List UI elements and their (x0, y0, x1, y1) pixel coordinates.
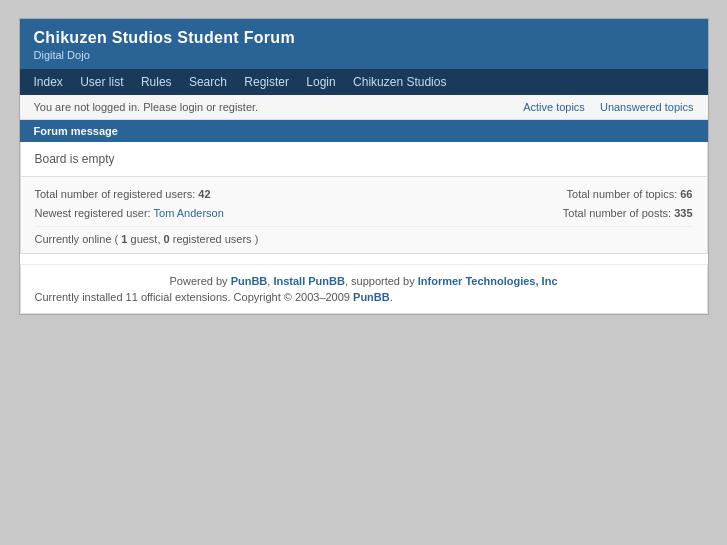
nav-index[interactable]: Index (34, 75, 63, 89)
topics-stat: Total number of topics: 66 (563, 185, 693, 204)
main-nav: Index User list Rules Search Register Lo… (20, 69, 708, 95)
site-header: Chikuzen Studios Student Forum Digital D… (20, 19, 708, 69)
nav-register[interactable]: Register (244, 75, 289, 89)
stats-left: Total number of registered users: 42 New… (35, 185, 224, 222)
unanswered-topics-link[interactable]: Unanswered topics (600, 101, 694, 113)
nav-login[interactable]: Login (306, 75, 335, 89)
login-message: You are not logged in. Please login or r… (34, 101, 259, 113)
stats-section: Total number of registered users: 42 New… (20, 177, 708, 254)
site-title: Chikuzen Studios Student Forum (34, 29, 694, 47)
forum-message-body: Board is empty (20, 142, 708, 177)
status-bar: You are not logged in. Please login or r… (20, 95, 708, 120)
install-punbb-link[interactable]: Install PunBB (273, 275, 345, 287)
stats-right: Total number of topics: 66 Total number … (563, 185, 693, 222)
online-stat: Currently online ( 1 guest, 0 registered… (35, 226, 693, 245)
newest-user-link[interactable]: Tom Anderson (154, 207, 224, 219)
site-footer: Powered by PunBB, Install PunBB, support… (20, 264, 708, 314)
site-subtitle: Digital Dojo (34, 49, 694, 61)
posts-stat: Total number of posts: 335 (563, 204, 693, 223)
nav-chikuzen[interactable]: Chikuzen Studios (353, 75, 446, 89)
informer-link[interactable]: Informer Technologies, Inc (418, 275, 558, 287)
forum-message-header: Forum message (20, 120, 708, 142)
registered-users-stat: Total number of registered users: 42 (35, 185, 224, 204)
newest-user-stat: Newest registered user: Tom Anderson (35, 204, 224, 223)
nav-search[interactable]: Search (189, 75, 227, 89)
footer-copyright: Currently installed 11 official extensio… (35, 291, 693, 303)
footer-credits: Powered by PunBB, Install PunBB, support… (35, 275, 693, 287)
topic-links: Active topics Unanswered topics (511, 101, 693, 113)
punbb-link[interactable]: PunBB (231, 275, 268, 287)
active-topics-link[interactable]: Active topics (523, 101, 585, 113)
nav-userlist[interactable]: User list (80, 75, 123, 89)
nav-rules[interactable]: Rules (141, 75, 172, 89)
punbb-copyright-link[interactable]: PunBB (353, 291, 390, 303)
